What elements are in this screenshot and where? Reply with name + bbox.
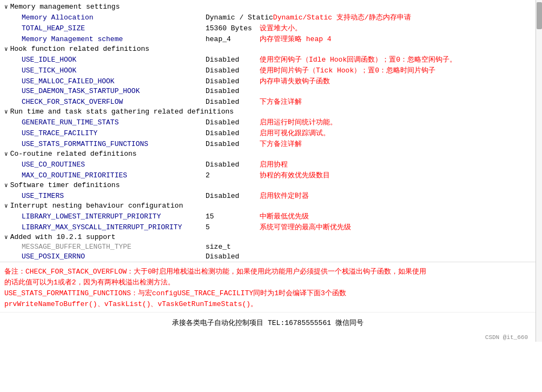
section-software-timer: ∨ Software timer definitions USE_TIMERS … [0,181,533,201]
row-stack-overflow[interactable]: CHECK_FOR_STACK_OVERFLOW Disabled 下方备注详解 [0,96,533,107]
section-title-added: Added with 10.2.1 support [10,233,116,241]
watermark-text: CSDN @it_660 [485,334,528,341]
collapse-icon-memory[interactable]: ∨ [4,3,8,10]
section-runtime-stats: ∨ Run time and task stats gathering rela… [0,107,533,149]
val-stats-formatting: Disabled [206,140,260,148]
watermark: CSDN @it_660 [0,333,536,342]
row-posix-errno[interactable]: USE_POSIX_ERRNO Disabled [0,252,533,262]
key-memory-allocation: Memory Allocation [22,14,206,22]
comment-idle-hook: 使用空闲钩子（Idle Hook回调函数）；置0：忽略空闲钩子。 [260,55,533,64]
row-malloc-hook[interactable]: USE_MALLOC_FAILED_HOOK Disabled 内存申请失败钩子… [0,76,533,87]
section-title-runtime: Run time and task stats gathering relate… [10,108,234,116]
key-use-timers: USE_TIMERS [22,192,206,200]
key-daemon-hook: USE_DAEMON_TASK_STARTUP_HOOK [22,87,206,95]
row-use-coroutines[interactable]: USE_CO_ROUTINES Disabled 启用协程 [0,159,533,170]
section-coroutine: ∨ Co-routine related definitions USE_CO_… [0,149,533,181]
note-text-1: 备注：CHECK_FOR_STACK_OVERFLOW：大于0时启用堆栈溢出检测… [4,268,426,276]
section-interrupt-nesting: ∨ Interrupt nesting behaviour configurat… [0,201,533,232]
key-tick-hook: USE_TICK_HOOK [22,67,206,75]
collapse-icon-coroutine[interactable]: ∨ [4,150,8,157]
key-generate-stats: GENERATE_RUN_TIME_STATS [22,118,206,127]
val-max-syscall-interrupt: 5 [206,223,260,231]
config-tree: ∨ Memory management settings Memory Allo… [0,0,536,342]
section-header-added[interactable]: ∨ Added with 10.2.1 support [0,232,533,242]
row-lowest-interrupt[interactable]: LIBRARY_LOWEST_INTERRUPT_PRIORITY 15 中断最… [0,211,533,222]
note-line-3: USE_STATS_FORMATTING_FUNCTIONS：与宏configU… [4,288,531,298]
comment-max-coroutine-priorities: 协程的有效优先级数目 [260,170,533,180]
key-stack-overflow: CHECK_FOR_STACK_OVERFLOW [22,98,206,106]
val-use-coroutines: Disabled [206,161,260,169]
note-line-4: prvWriteNameToBuffer()、vTaskList()、vTask… [4,299,531,309]
val-memory-scheme: heap_4 [206,35,260,43]
comment-tick-hook: 使用时间片钩子（Tick Hook）；置0：忽略时间片钩子 [260,65,533,75]
right-scrollbar[interactable] [536,0,542,342]
row-use-timers[interactable]: USE_TIMERS Disabled 启用软件定时器 [0,190,533,201]
key-lowest-interrupt: LIBRARY_LOWEST_INTERRUPT_PRIORITY [22,212,206,221]
row-generate-stats[interactable]: GENERATE_RUN_TIME_STATS Disabled 启用运行时间统… [0,117,533,128]
row-memory-scheme[interactable]: Memory Management scheme heap_4 内存管理策略 h… [0,34,533,44]
row-max-coroutine-priorities[interactable]: MAX_CO_ROUTINE_PRIORITIES 2 协程的有效优先级数目 [0,170,533,181]
collapse-icon-timer[interactable]: ∨ [4,182,8,189]
note-text-4: prvWriteNameToBuffer()、vTaskList()、vTask… [4,300,257,308]
section-hook-functions: ∨ Hook function related definitions USE_… [0,44,533,107]
key-stats-formatting: USE_STATS_FORMATTING_FUNCTIONS [22,140,206,148]
val-daemon-hook: Disabled [206,87,260,95]
row-message-buffer[interactable]: MESSAGE_BUFFER_LENGTH_TYPE size_t [0,242,533,252]
row-memory-allocation[interactable]: Memory Allocation Dynamic / Static Dynam… [0,12,533,23]
val-malloc-hook: Disabled [206,77,260,85]
key-posix-errno: USE_POSIX_ERRNO [22,253,206,261]
note-text-2: 的话此值可以为1或者2，因为有两种栈溢出检测方法。 [4,278,175,287]
section-title-timer: Software timer definitions [10,181,120,189]
comment-memory-scheme: 内存管理策略 heap 4 [260,34,533,44]
section-header-timer[interactable]: ∨ Software timer definitions [0,181,533,190]
comment-generate-stats: 启用运行时间统计功能。 [260,117,533,127]
section-title-interrupt: Interrupt nesting behaviour configuratio… [10,202,183,210]
comment-use-timers: 启用软件定时器 [260,191,533,201]
val-posix-errno: Disabled [206,253,260,261]
val-idle-hook: Disabled [206,56,260,64]
row-stats-formatting[interactable]: USE_STATS_FORMATTING_FUNCTIONS Disabled … [0,138,533,149]
key-malloc-hook: USE_MALLOC_FAILED_HOOK [22,77,206,85]
key-message-buffer: MESSAGE_BUFFER_LENGTH_TYPE [22,243,206,251]
row-tick-hook[interactable]: USE_TICK_HOOK Disabled 使用时间片钩子（Tick Hook… [0,65,533,76]
comment-trace-facility: 启用可视化跟踪调试。 [260,128,533,138]
footer-bar: 承接各类电子自动化控制项目 TEL:16785555561 微信同号 [0,312,536,333]
section-title-hook: Hook function related definitions [10,45,149,53]
section-header-interrupt[interactable]: ∨ Interrupt nesting behaviour configurat… [0,201,533,211]
row-daemon-hook[interactable]: USE_DAEMON_TASK_STARTUP_HOOK Disabled [0,87,533,96]
note-line-1: 备注：CHECK_FOR_STACK_OVERFLOW：大于0时启用堆栈溢出检测… [4,267,531,276]
collapse-icon-added[interactable]: ∨ [4,234,8,241]
section-title-coroutine: Co-routine related definitions [10,150,137,158]
row-total-heap[interactable]: TOTAL_HEAP_SIZE 15360 Bytes 设置堆大小。 [0,23,533,34]
val-use-timers: Disabled [206,192,260,200]
val-total-heap: 15360 Bytes [206,24,260,32]
row-trace-facility[interactable]: USE_TRACE_FACILITY Disabled 启用可视化跟踪调试。 [0,128,533,138]
section-header-hook[interactable]: ∨ Hook function related definitions [0,44,533,54]
val-trace-facility: Disabled [206,129,260,137]
key-max-coroutine-priorities: MAX_CO_ROUTINE_PRIORITIES [22,171,206,180]
comment-stack-overflow: 下方备注详解 [260,97,533,107]
key-trace-facility: USE_TRACE_FACILITY [22,129,206,137]
key-use-coroutines: USE_CO_ROUTINES [22,161,206,169]
comment-malloc-hook: 内存申请失败钩子函数 [260,76,533,86]
val-message-buffer: size_t [206,243,260,251]
section-header-memory[interactable]: ∨ Memory management settings [0,2,533,12]
collapse-icon-interrupt[interactable]: ∨ [4,202,8,209]
row-idle-hook[interactable]: USE_IDLE_HOOK Disabled 使用空闲钩子（Idle Hook回… [0,54,533,65]
comment-memory-allocation: Dynamic/Static 支持动态/静态内存申请 [273,12,533,22]
val-lowest-interrupt: 15 [206,212,260,221]
scroll-thumb[interactable] [537,2,542,29]
section-header-runtime[interactable]: ∨ Run time and task stats gathering rela… [0,107,533,117]
key-total-heap: TOTAL_HEAP_SIZE [22,24,206,32]
section-header-coroutine[interactable]: ∨ Co-routine related definitions [0,149,533,159]
comment-lowest-interrupt: 中断最低优先级 [260,211,533,221]
comment-total-heap: 设置堆大小。 [260,23,533,33]
val-memory-allocation: Dynamic / Static [206,14,273,22]
collapse-icon-runtime[interactable]: ∨ [4,108,8,115]
bottom-notes: 备注：CHECK_FOR_STACK_OVERFLOW：大于0时启用堆栈溢出检测… [0,262,536,312]
collapse-icon-hook[interactable]: ∨ [4,45,8,52]
val-tick-hook: Disabled [206,67,260,75]
note-text-3: USE_STATS_FORMATTING_FUNCTIONS：与宏configU… [4,289,346,297]
row-max-syscall-interrupt[interactable]: LIBRARY_MAX_SYSCALL_INTERRUPT_PRIORITY 5… [0,222,533,232]
key-idle-hook: USE_IDLE_HOOK [22,56,206,64]
